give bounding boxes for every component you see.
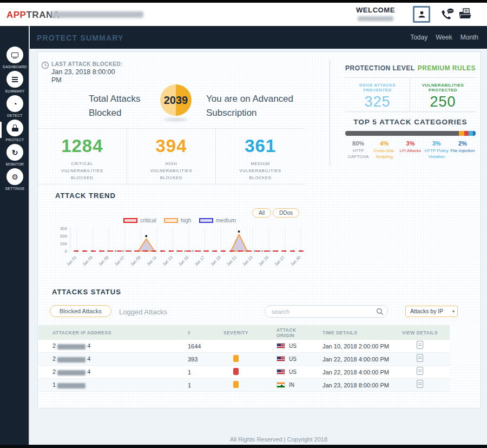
severity-cell (220, 341, 252, 351)
sidebar-item-dashboard[interactable]: DASHBOARD (0, 47, 30, 69)
protection-level-value: PREMIUM RULES (418, 64, 476, 72)
table-row: 24 393 US Jan 22, 2018 4:00:00 PM (38, 353, 450, 366)
phone-chat-icon (440, 8, 455, 21)
welcome-label: WELCOME (345, 6, 406, 14)
sidebar-item-settings[interactable]: ⚙ SETTINGS (0, 168, 30, 190)
time-cell: Jan 10, 2018 2:00:00 PM (309, 343, 390, 350)
svg-text:Jan 15: Jan 15 (177, 255, 189, 267)
tab-logged-attacks[interactable]: Logged Attacks (119, 308, 167, 316)
critical-blocked-label: CRITICAL VULNERABILITIES BLOCKED (55, 161, 109, 181)
search-icon[interactable] (376, 308, 384, 318)
last-attack-meridiem: PM (51, 76, 62, 84)
sidebar-item-detect[interactable]: ◔ DETECT (0, 95, 30, 117)
time-cell: Jan 22, 2018 4:00:00 PM (309, 356, 390, 363)
svg-text:Jan 27: Jan 27 (274, 255, 286, 267)
last-attack-label: LAST ATTACK BLOCKED: (51, 61, 123, 67)
page-title: PROTECT SUMMARY (37, 34, 124, 42)
trend-filter-ddos[interactable]: DDos (273, 208, 299, 218)
range-week[interactable]: Week (436, 34, 452, 41)
high-blocked-label: HIGH VULNERABILITIES BLOCKED (144, 161, 199, 181)
top5-category-xss: 4% Cross-Site-Scripting (371, 140, 397, 160)
header-attack-origin: ATTACK ORIGIN (252, 327, 309, 338)
svg-text:Jan 07: Jan 07 (114, 255, 126, 267)
panel-divider (345, 111, 476, 112)
tab-blocked-attacks[interactable]: Blocked Attacks (50, 305, 111, 317)
user-icon (417, 10, 426, 19)
top5-bar-segment-file-injection (473, 131, 476, 136)
us-flag-icon (277, 369, 285, 375)
total-attacks-label: Total Attacks Blocked (89, 92, 156, 120)
contact-phone-button[interactable] (439, 7, 456, 21)
redacted-ip (57, 344, 85, 350)
range-month[interactable]: Month (460, 34, 478, 41)
attacker-ip-cell: 24 (38, 342, 179, 349)
severity-chip (233, 355, 239, 362)
redacted-site-email (51, 11, 143, 18)
svg-text:Jan 13: Jan 13 (162, 255, 174, 267)
view-cell (390, 380, 450, 390)
us-flag-icon (277, 343, 285, 349)
attacks-by-ip-dropdown[interactable]: Attacks by IP ▾ (405, 306, 458, 317)
view-cell (390, 341, 450, 351)
medium-swatch-icon (199, 218, 213, 223)
redacted-ip (57, 383, 85, 388)
view-details-icon[interactable] (417, 354, 423, 362)
attacks-status-title: ATTACKS STATUS (52, 288, 121, 296)
svg-text:Jan 17: Jan 17 (194, 255, 206, 267)
protection-level-title: PROTECTION LEVEL (345, 64, 415, 72)
reports-folder-button[interactable] (458, 7, 473, 21)
severity-cell (220, 367, 252, 377)
top5-category-http-policy: 3% HTTP Policy Violation (424, 140, 450, 160)
chevron-down-icon: ▾ (452, 306, 455, 317)
last-attack-date: Jan 23, 2018 8:00:00 (51, 68, 115, 76)
time-cell: Jan 22, 2018 4:00:00 PM (309, 369, 390, 375)
attack-count-cell: 1 (179, 382, 220, 388)
svg-text:Jan 30: Jan 30 (289, 255, 301, 267)
top5-stacked-bar (345, 131, 476, 136)
bottom-border-strip (0, 445, 487, 448)
copyright-footer: All Rights Reserved | Copyright 2018 (70, 436, 487, 443)
svg-text:100: 100 (60, 241, 68, 246)
range-today[interactable]: Today (410, 34, 427, 41)
redacted-ip (57, 357, 85, 363)
top5-bar-segment-http-policy (469, 131, 473, 136)
app-header: APPTRANA WELCOME (0, 3, 487, 26)
top5-bar-segment-xss (459, 131, 464, 136)
view-details-icon[interactable] (417, 367, 423, 375)
summary-list-icon (6, 71, 23, 88)
high-blocked-value: 394 (127, 136, 216, 156)
attacks-table: ATTACKER IP ADDRESS # SEVERITY ATTACK OR… (38, 325, 450, 392)
view-details-icon[interactable] (417, 341, 423, 349)
view-cell (390, 354, 450, 364)
sidebar-item-monitor[interactable]: ↻ MONITOR (0, 144, 30, 166)
settings-gear-icon: ⚙ (6, 168, 23, 185)
welcome-block: WELCOME (345, 6, 406, 21)
detect-gauge-icon: ◔ (6, 95, 23, 112)
svg-text:Jan 03: Jan 03 (82, 255, 94, 267)
subscription-text: You are on Advanced Subscription (206, 92, 301, 120)
origin-cell: US (252, 356, 309, 362)
total-attacks-badge: 2039 (160, 84, 192, 116)
trend-filter-all[interactable]: All (252, 208, 271, 218)
svg-text:Jan 25: Jan 25 (258, 255, 269, 267)
top5-bar-segment-lfi (464, 131, 469, 136)
svg-text:200: 200 (60, 234, 68, 239)
critical-blocked-value: 1284 (38, 136, 127, 156)
view-cell (390, 367, 450, 377)
search-input[interactable] (272, 306, 374, 317)
high-swatch-icon (164, 218, 178, 223)
sidebar-item-protect[interactable]: PROTECT (0, 120, 30, 142)
origin-cell: IN (252, 382, 309, 388)
table-header-row: ATTACKER IP ADDRESS # SEVERITY ATTACK OR… (38, 325, 450, 340)
date-range-switcher: Today Week Month (410, 34, 478, 41)
attack-trend-title: ATTACK TREND (55, 192, 116, 200)
ddos-prevented-block: DDOS ATTACKS PREVENTED 325 (345, 78, 410, 111)
top5-category-http-captcha: 80% HTTP CAPTCHA (345, 140, 371, 160)
view-details-icon[interactable] (417, 380, 423, 388)
user-profile-button[interactable] (413, 6, 430, 23)
sidebar-item-summary[interactable]: SUMMARY (0, 71, 30, 93)
protect-summary-card: LAST ATTACK BLOCKED: Jan 23, 2018 8:00:0… (37, 51, 481, 409)
header-attacker-ip: ATTACKER IP ADDRESS (38, 330, 179, 335)
severity-cell (220, 380, 252, 390)
top5-title: TOP 5 ATTACK CATEGORIES (345, 118, 476, 126)
